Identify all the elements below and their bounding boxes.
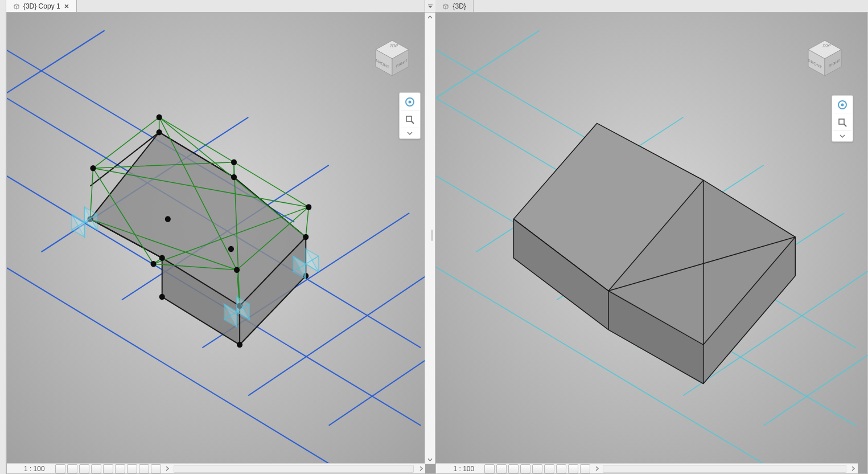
svg-point-5 bbox=[90, 165, 96, 171]
svg-point-47 bbox=[841, 104, 844, 107]
zoom-region-icon[interactable] bbox=[401, 112, 419, 128]
svg-rect-36 bbox=[406, 116, 412, 121]
vc-expand-icon[interactable] bbox=[593, 466, 600, 471]
svg-point-12 bbox=[157, 129, 162, 136]
scroll-thumb[interactable] bbox=[431, 230, 433, 241]
navbar-expand-icon[interactable] bbox=[401, 129, 419, 137]
svg-point-10 bbox=[150, 261, 156, 267]
scroll-right-icon[interactable] bbox=[416, 466, 425, 471]
vc-icon-2[interactable] bbox=[496, 464, 507, 473]
view-control-bar: 1 : 100 bbox=[7, 463, 426, 473]
svg-point-14 bbox=[303, 234, 308, 240]
scroll-up-icon[interactable] bbox=[425, 13, 435, 22]
view-scale[interactable]: 1 : 100 bbox=[436, 465, 480, 473]
view-control-icons bbox=[51, 464, 161, 473]
vc-icon-2[interactable] bbox=[67, 464, 77, 473]
vc-expand-icon[interactable] bbox=[163, 466, 171, 471]
right-pane: {3D} bbox=[435, 0, 868, 474]
hscroll-track[interactable] bbox=[603, 465, 846, 473]
vertical-scrollbar[interactable] bbox=[425, 13, 435, 464]
right-viewport[interactable]: TOP FRONT RIGHT 1 : 100 bbox=[435, 13, 868, 474]
svg-rect-0 bbox=[428, 5, 433, 5]
3d-cube-icon bbox=[13, 3, 20, 10]
vc-icon-1[interactable] bbox=[55, 464, 65, 473]
3d-cube-icon bbox=[442, 3, 449, 10]
viewcube[interactable]: TOP FRONT RIGHT bbox=[372, 38, 412, 78]
vc-icon-5[interactable] bbox=[103, 464, 113, 473]
svg-point-8 bbox=[306, 204, 311, 210]
vc-icon-8[interactable] bbox=[139, 464, 149, 473]
vc-icon-6[interactable] bbox=[544, 464, 554, 473]
vc-icon-8[interactable] bbox=[568, 464, 578, 473]
steering-wheel-icon[interactable] bbox=[833, 97, 851, 113]
svg-point-9 bbox=[234, 267, 240, 273]
view-scale[interactable]: 1 : 100 bbox=[7, 465, 51, 473]
vc-icon-9[interactable] bbox=[151, 464, 161, 473]
tab-label: {3D} bbox=[452, 2, 466, 10]
left-pane: {3D} Copy 1 bbox=[6, 0, 436, 474]
vc-icon-3[interactable] bbox=[508, 464, 519, 473]
steering-wheel-icon[interactable] bbox=[401, 94, 419, 111]
vc-icon-6[interactable] bbox=[115, 464, 125, 473]
scroll-right-icon[interactable] bbox=[849, 466, 858, 471]
svg-point-7 bbox=[231, 159, 237, 165]
svg-point-20 bbox=[165, 216, 171, 222]
hscroll-track[interactable] bbox=[174, 465, 414, 473]
vc-icon-9[interactable] bbox=[580, 464, 590, 473]
tab-label: {3D} Copy 1 bbox=[23, 2, 60, 10]
zoom-region-icon[interactable] bbox=[833, 115, 851, 131]
svg-point-17 bbox=[159, 294, 165, 300]
left-gutter bbox=[0, 0, 6, 474]
close-icon[interactable] bbox=[64, 3, 69, 9]
vc-icon-7[interactable] bbox=[556, 464, 566, 473]
svg-rect-48 bbox=[839, 119, 844, 124]
navigation-bar[interactable] bbox=[399, 92, 421, 139]
view-control-bar: 1 : 100 bbox=[436, 463, 858, 473]
svg-point-13 bbox=[231, 174, 237, 181]
viewcube[interactable]: TOP FRONT RIGHT bbox=[805, 38, 845, 78]
view-control-icons bbox=[480, 464, 590, 473]
svg-point-35 bbox=[409, 101, 412, 104]
right-tabbar: {3D} bbox=[435, 0, 868, 13]
svg-point-21 bbox=[228, 246, 234, 252]
tab-3d-copy-1[interactable]: {3D} Copy 1 bbox=[6, 0, 77, 12]
vc-icon-5[interactable] bbox=[532, 464, 542, 473]
tab-overflow-dropdown[interactable] bbox=[425, 0, 435, 12]
svg-point-18 bbox=[237, 342, 242, 348]
svg-point-16 bbox=[159, 255, 165, 261]
vc-icon-4[interactable] bbox=[520, 464, 530, 473]
vc-icon-1[interactable] bbox=[484, 464, 495, 473]
vc-icon-3[interactable] bbox=[79, 464, 89, 473]
navigation-bar[interactable] bbox=[832, 95, 853, 142]
left-viewport[interactable]: TOP FRONT RIGHT bbox=[6, 13, 436, 474]
navbar-expand-icon[interactable] bbox=[833, 132, 851, 140]
left-tabbar: {3D} Copy 1 bbox=[6, 0, 436, 13]
vc-icon-4[interactable] bbox=[91, 464, 101, 473]
tab-3d[interactable]: {3D} bbox=[435, 0, 473, 12]
svg-point-6 bbox=[157, 115, 162, 121]
vc-icon-7[interactable] bbox=[127, 464, 137, 473]
scroll-down-icon[interactable] bbox=[425, 455, 435, 464]
